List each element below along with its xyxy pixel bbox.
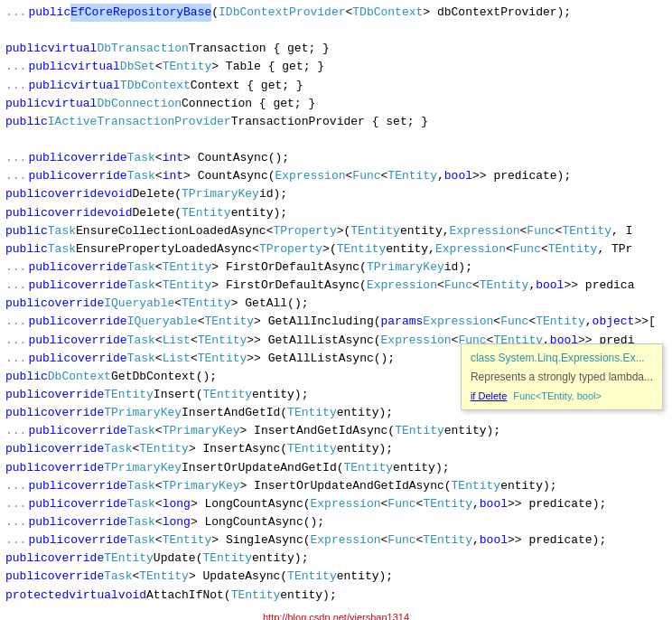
code-token: override (48, 204, 104, 222)
ellipsis-dots: ... (5, 350, 26, 368)
code-token: public (5, 550, 48, 568)
code-token: > dbContextProvider); (423, 4, 571, 22)
code-token: < (174, 295, 182, 313)
code-line: public override Task<TEntity> UpdateAsyn… (2, 568, 670, 586)
code-token: , (472, 531, 480, 550)
code-token: id); (259, 185, 287, 203)
code-line: ...public override Task<long> LongCountA… (2, 513, 670, 531)
code-token: Expression (311, 495, 381, 513)
ellipsis-dots: ... (5, 77, 26, 95)
code-token: < (155, 513, 163, 531)
watermark-text: http://blog.csdn.net/yiershan1314 (263, 612, 409, 620)
code-line: ...public virtual TDbContext Context { g… (2, 77, 670, 95)
code-token: public (5, 185, 48, 203)
code-token: < (437, 277, 444, 295)
code-token: override (48, 386, 104, 404)
code-token: < (346, 167, 353, 185)
code-token: entity); (444, 422, 500, 440)
code-token: < (191, 350, 198, 368)
code-token: IDbContextProvider (219, 4, 345, 22)
code-token: public (28, 258, 70, 277)
code-token: entity); (252, 550, 308, 568)
code-token: Task (127, 495, 155, 513)
code-token: Func (513, 240, 541, 258)
code-token: InsertAndGetId( (182, 404, 287, 422)
code-token: < (346, 4, 353, 22)
code-line: protected virtual void AttachIfNot(TEnti… (2, 587, 670, 605)
code-token: Func (527, 222, 555, 240)
code-line: ...public override Task<long> LongCountA… (2, 495, 670, 513)
code-token: public (28, 477, 70, 495)
code-token: IActiveTransactionProvider (48, 113, 231, 131)
code-token: EnsureCollectionLoadedAsync< (76, 222, 273, 240)
code-token: > GetAll(); (231, 295, 309, 313)
code-token: TEntity (536, 313, 585, 331)
code-line: public override void Delete(TEntity enti… (2, 204, 670, 222)
code-token: >> GetAllListAsync(); (247, 350, 395, 368)
code-token: Expression (450, 222, 520, 240)
code-token: TProperty (273, 222, 336, 240)
code-line: ...public override Task<int> CountAsync(… (2, 149, 670, 167)
code-token: AttachIfNot( (146, 587, 231, 605)
code-token: < (132, 440, 139, 458)
tooltip-description: Represents a strongly typed lambda... (471, 369, 653, 386)
code-token: virtual (69, 587, 118, 605)
code-token: Func (387, 531, 415, 550)
code-token: TEntity (163, 58, 212, 76)
code-token: TEntity (198, 332, 247, 350)
code-token: Task (127, 350, 155, 368)
code-token: TEntity (202, 550, 252, 568)
code-token: override (48, 404, 104, 422)
code-line: public virtual DbTransaction Transaction… (2, 40, 670, 58)
code-token: TEntity (562, 222, 611, 240)
code-token: < (381, 531, 388, 550)
code-token: Insert( (154, 386, 203, 404)
code-token: TEntity (198, 350, 247, 368)
code-token: override (70, 422, 126, 440)
code-token: bool (480, 495, 508, 513)
code-token: override (48, 550, 104, 568)
code-token: void (104, 204, 132, 222)
code-token: TPrimaryKey (163, 477, 240, 495)
code-token: Task (127, 513, 155, 531)
code-token: override (70, 313, 126, 331)
code-token: bool (444, 167, 472, 185)
code-token: Expression (275, 167, 346, 185)
code-token: IQueryable (127, 313, 198, 331)
code-token: Task (127, 167, 155, 185)
code-token: bool (480, 531, 508, 550)
code-token: TEntity (423, 495, 472, 513)
code-token: public (5, 95, 48, 113)
code-token: override (48, 568, 104, 586)
code-token: > CountAsync( (183, 167, 275, 185)
code-token: protected (5, 587, 69, 605)
code-token: TEntity (337, 240, 387, 258)
code-container: ...public EfCoreRepositoryBase(IDbContex… (0, 0, 672, 608)
code-token: < (191, 332, 198, 350)
code-token: public (5, 204, 48, 222)
code-line: public override TEntity Update(TEntity e… (2, 550, 670, 568)
code-token: public (5, 222, 48, 240)
code-token: bool (536, 277, 564, 295)
code-token: public (5, 459, 48, 477)
code-token: entity); (231, 204, 287, 222)
code-token: EfCoreRepositoryBase (70, 4, 211, 22)
code-token: < (416, 495, 424, 513)
code-token: < (155, 477, 163, 495)
code-token: TEntity (163, 531, 212, 550)
code-token: public (28, 332, 70, 350)
ellipsis-dots: ... (5, 167, 26, 185)
tooltip-if-delete: if Delete (471, 390, 507, 401)
code-token: >> GetAllListAsync( (247, 332, 380, 350)
code-token: TPrimaryKey (104, 404, 182, 422)
code-token: TEntity (395, 422, 444, 440)
code-token: override (70, 495, 126, 513)
code-token: , (472, 495, 480, 513)
code-token: override (70, 350, 126, 368)
code-token: ( (211, 4, 219, 22)
code-token: , I (611, 222, 632, 240)
code-token: , TPr (597, 240, 632, 258)
code-token: < (132, 568, 139, 586)
code-token: < (381, 167, 388, 185)
code-token: < (506, 240, 513, 258)
